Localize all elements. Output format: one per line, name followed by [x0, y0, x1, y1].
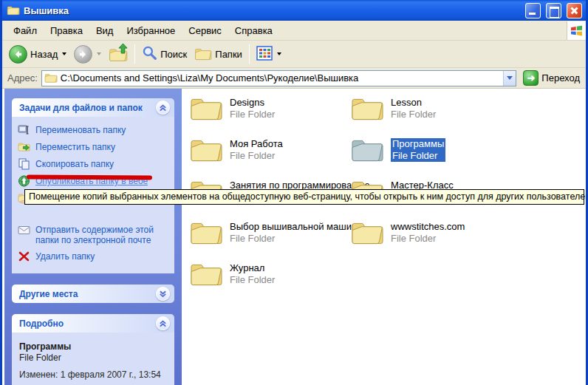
- forward-icon: [74, 45, 92, 64]
- menu-view[interactable]: Вид: [89, 22, 120, 39]
- back-label: Назад: [30, 49, 58, 60]
- folder-icon: [350, 219, 384, 247]
- folder-tile-zhurnal[interactable]: Журнал File Folder: [189, 260, 350, 301]
- folder-tile-designs[interactable]: Designs File Folder: [189, 95, 350, 136]
- toolbar-separator: [134, 44, 135, 64]
- folder-name: wwwstitches.com: [391, 221, 465, 233]
- folder-name: Выбор вышивальной машины: [230, 221, 364, 233]
- folder-type: File Folder: [391, 233, 465, 245]
- details-panel: Подробно Программы File Folder Изменен: …: [12, 314, 174, 385]
- folder-type: File Folder: [230, 274, 275, 286]
- other-places-panel: Другие места: [12, 285, 174, 303]
- forward-dropdown-icon: [97, 52, 101, 55]
- task-move-folder[interactable]: Переместить папку: [18, 141, 171, 153]
- folder-icon: [189, 219, 223, 247]
- close-button[interactable]: [567, 3, 582, 18]
- task-label: Отправить содержимое этой папки по элект…: [35, 224, 171, 245]
- window-title: Вышивка: [24, 5, 520, 16]
- folder-tile-moya-rabota[interactable]: Моя Работа File Folder: [189, 136, 350, 177]
- back-button[interactable]: Назад: [5, 43, 70, 66]
- content-area: Задачи для файлов и папок Переименовать …: [4, 89, 584, 385]
- file-tasks-panel: Задачи для файлов и папок Переименовать …: [12, 98, 174, 273]
- back-dropdown-icon[interactable]: [62, 52, 66, 55]
- folder-tile-programmy[interactable]: Программы File Folder: [350, 136, 511, 177]
- menu-file[interactable]: Файл: [7, 22, 44, 39]
- folder-name: Designs: [230, 97, 275, 109]
- task-email-folder[interactable]: Отправить содержимое этой папки по элект…: [18, 224, 171, 245]
- folder-name: Моя Работа: [230, 138, 283, 150]
- toolbar-separator: [249, 44, 250, 64]
- go-arrow-icon: ➜: [523, 70, 539, 86]
- details-title: Подробно: [19, 318, 64, 329]
- folder-listing: Designs File Folder Lesson File Folder М…: [182, 89, 584, 385]
- folders-icon: [194, 47, 212, 61]
- go-label: Переход: [541, 72, 580, 84]
- go-button[interactable]: ➜ Переход: [520, 70, 583, 86]
- address-path[interactable]: C:\Documents and Settings\Liza\My Docume…: [61, 72, 501, 84]
- folder-tile-vybor-mashiny[interactable]: Выбор вышивальной машины File Folder: [189, 219, 350, 260]
- folder-name: Программы: [391, 138, 445, 150]
- up-folder-icon: [109, 45, 128, 63]
- task-label: Переместить папку: [35, 141, 115, 152]
- maximize-button[interactable]: [546, 3, 561, 18]
- move-icon: [18, 141, 30, 153]
- rename-icon: [18, 124, 30, 136]
- details-item-type: File Folder: [19, 352, 170, 364]
- search-label: Поиск: [160, 49, 187, 60]
- other-places-header[interactable]: Другие места: [12, 285, 174, 303]
- task-label: Переименовать папку: [35, 124, 126, 135]
- window-folder-icon: [7, 4, 20, 16]
- folders-label: Папки: [215, 49, 242, 60]
- tooltip: Помещение копий выбранных элементов на о…: [24, 189, 584, 205]
- up-button[interactable]: [105, 43, 131, 65]
- delete-icon: [18, 251, 30, 262]
- title-bar[interactable]: Вышивка: [2, 0, 586, 21]
- views-icon: [256, 46, 273, 63]
- task-rename-folder[interactable]: Переименовать папку: [18, 124, 171, 136]
- menu-tools[interactable]: Сервис: [182, 22, 228, 39]
- minimize-button[interactable]: [525, 3, 541, 18]
- folders-button[interactable]: Папки: [191, 44, 246, 64]
- toolbar: Назад Поиск П: [2, 41, 586, 68]
- forward-button[interactable]: [70, 43, 105, 66]
- red-underline-annotation: [27, 174, 152, 180]
- folder-type: File Folder: [230, 109, 275, 120]
- address-input[interactable]: C:\Documents and Settings\Liza\My Docume…: [41, 70, 517, 86]
- folder-type: File Folder: [230, 150, 283, 162]
- search-icon: [142, 45, 157, 63]
- task-label: Скопировать папку: [35, 158, 114, 169]
- details-item-name: Программы: [19, 341, 170, 352]
- windows-logo-icon: [567, 21, 586, 40]
- expand-chevron-icon[interactable]: [156, 287, 170, 301]
- folder-tile-lesson[interactable]: Lesson File Folder: [350, 95, 511, 136]
- copy-icon: [18, 158, 30, 170]
- menu-bar: Файл Правка Вид Избранное Сервис Справка: [2, 21, 586, 41]
- search-button[interactable]: Поиск: [138, 43, 191, 65]
- task-delete-folder[interactable]: Удалить папку: [18, 251, 171, 262]
- address-folder-icon: [44, 72, 58, 84]
- folder-icon: [189, 95, 223, 123]
- menu-help[interactable]: Справка: [228, 22, 279, 39]
- task-copy-folder[interactable]: Скопировать папку: [18, 158, 171, 170]
- folder-icon: [350, 95, 384, 123]
- folder-icon: [189, 136, 223, 164]
- other-places-title: Другие места: [19, 289, 78, 299]
- details-body: Программы File Folder Изменен: 1 февраля…: [12, 333, 174, 385]
- back-icon: [9, 45, 27, 64]
- details-header[interactable]: Подробно: [12, 314, 174, 333]
- collapse-chevron-icon[interactable]: [156, 316, 170, 330]
- collapse-chevron-icon[interactable]: [156, 100, 170, 115]
- folder-type: File Folder: [391, 150, 445, 162]
- menu-edit[interactable]: Правка: [44, 22, 89, 39]
- task-label: Удалить папку: [35, 251, 95, 262]
- folder-tile-wwwstitches[interactable]: wwwstitches.com File Folder: [350, 219, 511, 260]
- folder-type: File Folder: [391, 109, 436, 120]
- views-button[interactable]: [253, 44, 285, 65]
- file-tasks-title: Задачи для файлов и папок: [19, 103, 143, 113]
- menu-favorites[interactable]: Избранное: [120, 22, 182, 39]
- views-dropdown-icon[interactable]: [277, 52, 281, 55]
- file-tasks-header[interactable]: Задачи для файлов и папок: [12, 98, 174, 117]
- folder-icon-selected: [350, 136, 384, 164]
- address-label: Адрес:: [5, 72, 38, 84]
- address-dropdown-button[interactable]: [503, 71, 516, 86]
